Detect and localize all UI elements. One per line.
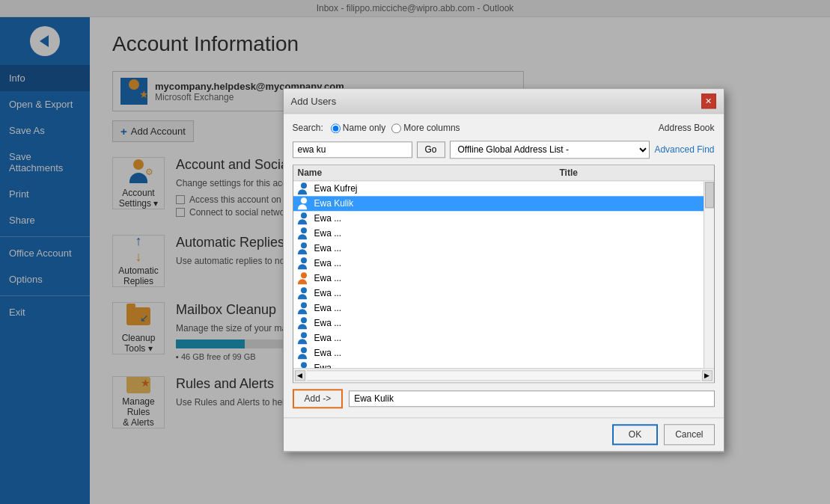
scroll-left-button[interactable]: ◀ xyxy=(295,370,305,381)
list-item-text: Ewa ... xyxy=(314,273,710,283)
list-header: Name Title xyxy=(293,165,714,181)
list-item[interactable]: Ewa ... xyxy=(293,256,714,271)
add-users-dialog: Add Users ✕ Search: Name only More colum… xyxy=(283,88,724,452)
dialog-close-button[interactable]: ✕ xyxy=(701,93,716,108)
address-book-label: Address Book xyxy=(659,123,715,133)
list-item[interactable]: Ewa Kufrej xyxy=(293,181,714,196)
person-icon xyxy=(298,257,310,269)
list-item-text: Ewa ... xyxy=(314,318,710,328)
person-icon xyxy=(298,227,310,239)
person-icon xyxy=(298,317,310,329)
list-item[interactable]: Ewa ... xyxy=(293,226,714,241)
dialog-title: Add Users xyxy=(291,96,337,107)
scroll-right-button[interactable]: ▶ xyxy=(702,370,712,381)
advanced-find-link[interactable]: Advanced Find xyxy=(654,144,714,155)
dialog-titlebar: Add Users ✕ xyxy=(284,89,724,114)
radio-name-only-input[interactable] xyxy=(331,123,341,133)
search-options-row: Search: Name only More columns Address B… xyxy=(293,123,715,133)
radio-more-columns-input[interactable] xyxy=(391,123,401,133)
list-item-selected[interactable]: Ewa Kulik xyxy=(293,196,714,211)
radio-name-only[interactable]: Name only xyxy=(331,123,385,133)
person-icon xyxy=(298,287,310,299)
person-icon xyxy=(298,302,310,314)
list-item-text: Ewa ... xyxy=(314,348,710,358)
person-icon xyxy=(298,212,310,224)
list-item[interactable]: Ewa ... xyxy=(293,331,714,345)
scrollbar-thumb[interactable] xyxy=(705,182,714,208)
scroll-track-horizontal[interactable] xyxy=(307,370,701,381)
search-label: Search: xyxy=(293,123,323,133)
person-icon xyxy=(298,347,310,359)
radio-name-only-label: Name only xyxy=(343,123,385,133)
list-item[interactable]: Ewa ... xyxy=(293,345,714,360)
horizontal-scrollbar: ◀ ▶ xyxy=(293,368,714,382)
list-item[interactable]: Ewa ... xyxy=(293,316,714,331)
list-item-text: Ewa ... xyxy=(314,288,710,298)
go-button[interactable]: Go xyxy=(417,141,445,158)
vertical-scrollbar[interactable] xyxy=(704,181,714,368)
radio-more-columns-label: More columns xyxy=(403,123,460,133)
person-icon xyxy=(298,182,310,194)
search-input-row: Go Offline Global Address List - Advance… xyxy=(293,141,715,159)
col-name: Name xyxy=(298,168,560,178)
add-button[interactable]: Add -> xyxy=(293,389,344,408)
person-icon xyxy=(298,362,310,368)
list-item-text: Ewa ... xyxy=(314,228,710,239)
list-item-text: Ewa ... xyxy=(314,363,710,368)
search-input[interactable] xyxy=(293,141,412,158)
list-item-text: Ewa ... xyxy=(314,243,710,253)
list-item-text: Ewa Kufrej xyxy=(314,183,710,194)
list-item-text: Ewa ... xyxy=(314,333,710,343)
radio-more-columns[interactable]: More columns xyxy=(391,123,460,133)
list-item[interactable]: Ewa ... xyxy=(293,241,714,256)
list-item[interactable]: Ewa ... xyxy=(293,360,714,368)
ok-button[interactable]: OK xyxy=(612,424,658,445)
add-users-row: Add -> Ewa Kulik xyxy=(293,389,715,408)
list-item[interactable]: Ewa ... xyxy=(293,286,714,301)
address-book-select[interactable]: Offline Global Address List - xyxy=(450,141,650,159)
dialog-body: Search: Name only More columns Address B… xyxy=(284,114,724,417)
list-item-text: Ewa ... xyxy=(314,213,710,224)
added-users-field[interactable]: Ewa Kulik xyxy=(349,390,714,407)
person-icon-selected xyxy=(298,197,310,209)
radio-group: Name only More columns xyxy=(331,123,460,133)
person-icon-orange xyxy=(298,272,310,284)
list-item[interactable]: Ewa ... xyxy=(293,271,714,286)
users-list-container: Name Title Ewa Kufrej Ewa Kulik xyxy=(293,165,715,383)
list-item-text: Ewa ... xyxy=(314,303,710,313)
person-icon xyxy=(298,242,310,254)
list-item[interactable]: Ewa ... xyxy=(293,211,714,226)
list-item-text-selected: Ewa Kulik xyxy=(314,198,710,209)
dialog-footer: OK Cancel xyxy=(284,417,724,451)
list-item[interactable]: Ewa ... xyxy=(293,301,714,316)
col-title: Title xyxy=(560,168,710,178)
list-item-text: Ewa ... xyxy=(314,258,710,268)
cancel-button[interactable]: Cancel xyxy=(664,424,714,445)
list-scroll[interactable]: Ewa Kufrej Ewa Kulik Ewa ... xyxy=(293,181,714,368)
person-icon xyxy=(298,332,310,344)
